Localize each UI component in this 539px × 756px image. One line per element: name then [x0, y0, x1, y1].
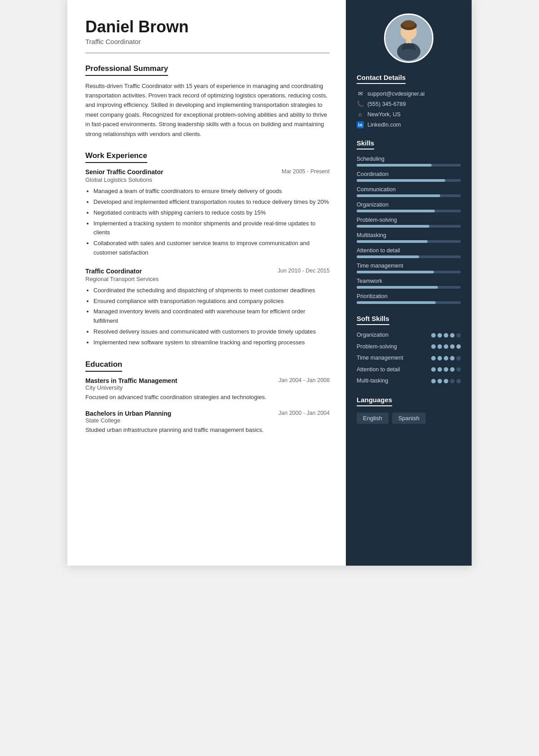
edu-date-1: Jan 2004 - Jan 2008	[278, 377, 330, 383]
skill-bar-fill	[357, 255, 419, 258]
dots	[431, 379, 461, 383]
skill-label: Coordination	[357, 171, 461, 177]
dot	[450, 333, 455, 338]
skill-bar-fill	[357, 286, 438, 289]
soft-skills-section: Soft Skills Organization Problem-solving	[357, 315, 461, 385]
dot	[456, 356, 461, 360]
job-title-1: Senior Traffic Coordinator	[85, 168, 163, 176]
languages-section: Languages English Spanish	[357, 396, 461, 424]
edu-entry-1: Masters in Traffic Management Jan 2004 -…	[85, 377, 330, 402]
skill-bar-fill	[357, 164, 432, 167]
skill-bar	[357, 225, 461, 228]
edu-degree-2: Bachelors in Urban Planning	[85, 410, 171, 417]
skill-bar-fill	[357, 210, 435, 212]
soft-skill-label: Attention to detail	[357, 366, 428, 374]
skill-communication: Communication	[357, 186, 461, 197]
skill-bar-fill	[357, 225, 429, 228]
skill-bar	[357, 179, 461, 182]
location-icon: ⌂	[357, 111, 364, 118]
skill-label: Teamwork	[357, 278, 461, 284]
dot	[437, 333, 442, 338]
skill-prioritization: Prioritization	[357, 293, 461, 304]
linkedin-icon: in	[357, 121, 364, 128]
education-section: Education Masters in Traffic Management …	[85, 360, 330, 435]
location-text: NewYork, US	[367, 111, 401, 118]
job-entry-2: Traffic Coordinator Jun 2010 - Dec 2015 …	[85, 268, 330, 347]
svg-point-3	[402, 20, 415, 27]
dot	[444, 356, 448, 360]
dot	[444, 333, 448, 338]
left-column: Daniel Brown Traffic Coordinator Profess…	[67, 0, 346, 566]
skill-scheduling: Scheduling	[357, 156, 461, 167]
skill-bar	[357, 210, 461, 212]
dot	[431, 379, 436, 383]
skill-label: Communication	[357, 186, 461, 193]
edu-desc-2: Studied urban infrastructure planning an…	[85, 426, 330, 435]
dot	[456, 344, 461, 349]
contact-section: Contact Details ✉ support@cvdesigner.ai …	[357, 74, 461, 128]
job-company-2: Regional Transport Services	[85, 276, 330, 282]
dot	[450, 344, 455, 349]
skill-label: Time management	[357, 263, 461, 269]
summary-title: Professional Summary	[85, 64, 168, 76]
name-block: Daniel Brown Traffic Coordinator	[85, 18, 330, 45]
summary-text: Results-driven Traffic Coordinator with …	[85, 81, 330, 139]
avatar	[384, 13, 433, 63]
skill-multitasking: Multitasking	[357, 232, 461, 243]
dot	[437, 379, 442, 383]
email-icon: ✉	[357, 90, 364, 97]
soft-skill-label: Organization	[357, 331, 428, 339]
edu-entry-2: Bachelors in Urban Planning Jan 2000 - J…	[85, 410, 330, 435]
list-item: Ensured compliance with transportation r…	[93, 297, 330, 306]
soft-skill-label: Problem-solving	[357, 343, 428, 351]
list-item: Collaborated with sales and customer ser…	[93, 239, 330, 258]
contact-title: Contact Details	[357, 74, 406, 84]
edu-degree-1: Masters in Traffic Management	[85, 377, 177, 384]
work-experience-title: Work Experience	[85, 151, 147, 163]
dot	[450, 379, 455, 383]
skill-problem-solving: Problem-solving	[357, 217, 461, 228]
skill-bar	[357, 240, 461, 243]
candidate-name: Daniel Brown	[85, 18, 330, 36]
edu-school-2: State College	[85, 417, 330, 424]
dot	[437, 356, 442, 360]
soft-skill-multitasking: Multi-tasking	[357, 377, 461, 385]
edu-header-1: Masters in Traffic Management Jan 2004 -…	[85, 377, 330, 384]
dots	[431, 344, 461, 349]
list-item: Managed inventory levels and coordinated…	[93, 307, 330, 326]
soft-skills-title: Soft Skills	[357, 315, 389, 325]
skill-bar	[357, 286, 461, 289]
languages-title: Languages	[357, 396, 392, 406]
skill-label: Organization	[357, 202, 461, 208]
dot	[444, 379, 448, 383]
skill-bar-fill	[357, 194, 440, 197]
language-spanish: Spanish	[392, 413, 426, 424]
soft-skill-time-management: Time management	[357, 354, 461, 362]
dot	[431, 333, 436, 338]
dot	[444, 367, 448, 372]
skill-bar	[357, 301, 461, 304]
phone-icon: 📞	[357, 101, 364, 107]
job-title-2: Traffic Coordinator	[85, 268, 142, 275]
contact-phone: 📞 (555) 345-6789	[357, 101, 461, 107]
email-text: support@cvdesigner.ai	[367, 91, 424, 97]
contact-email: ✉ support@cvdesigner.ai	[357, 90, 461, 97]
job-date-2: Jun 2010 - Dec 2015	[278, 268, 330, 274]
skills-section: Skills Scheduling Coordination Communica…	[357, 139, 461, 304]
skill-label: Scheduling	[357, 156, 461, 162]
skill-bar	[357, 194, 461, 197]
skill-bar-fill	[357, 240, 428, 243]
dot	[456, 333, 461, 338]
dot	[431, 367, 436, 372]
right-column: Contact Details ✉ support@cvdesigner.ai …	[346, 0, 472, 566]
summary-section: Professional Summary Results-driven Traf…	[85, 64, 330, 139]
soft-skill-attention: Attention to detail	[357, 366, 461, 374]
skill-bar	[357, 164, 461, 167]
job-date-1: Mar 2005 - Present	[282, 168, 330, 175]
skill-bar	[357, 271, 461, 273]
list-item: Coordinated the scheduling and dispatchi…	[93, 286, 330, 295]
list-item: Implemented new software system to strea…	[93, 338, 330, 347]
edu-header-2: Bachelors in Urban Planning Jan 2000 - J…	[85, 410, 330, 417]
skill-teamwork: Teamwork	[357, 278, 461, 289]
dot	[450, 367, 455, 372]
